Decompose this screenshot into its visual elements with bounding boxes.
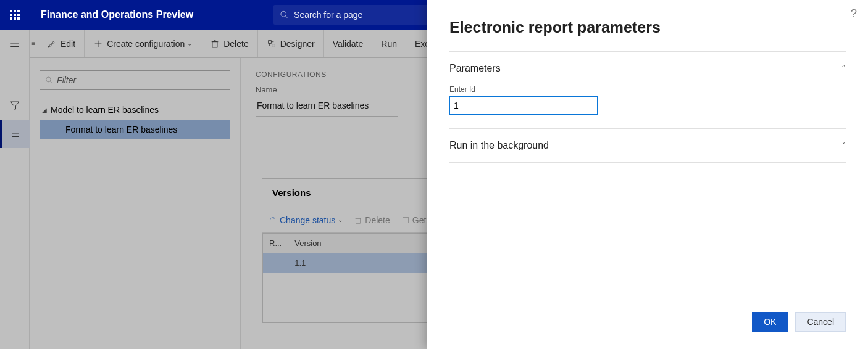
svg-point-0 bbox=[281, 11, 286, 17]
dialog-title: Electronic report parameters bbox=[449, 18, 661, 36]
parameters-header[interactable]: Parameters ˄ bbox=[449, 52, 846, 85]
chevron-up-icon: ˄ bbox=[841, 64, 846, 73]
parameters-header-label: Parameters bbox=[449, 63, 501, 74]
enter-id-label: Enter Id bbox=[449, 85, 846, 94]
waffle-icon[interactable] bbox=[0, 0, 30, 30]
background-header-label: Run in the background bbox=[449, 140, 549, 151]
parameters-accordion: Parameters ˄ Enter Id bbox=[449, 51, 846, 129]
chevron-down-icon: ˅ bbox=[841, 141, 846, 150]
cancel-button[interactable]: Cancel bbox=[795, 312, 846, 332]
app-title: Finance and Operations Preview bbox=[41, 9, 193, 20]
ok-button[interactable]: OK bbox=[752, 312, 788, 332]
background-accordion: Run in the background ˅ bbox=[449, 129, 846, 163]
search-icon bbox=[280, 10, 289, 20]
enter-id-input[interactable] bbox=[449, 96, 598, 115]
svg-line-1 bbox=[286, 16, 288, 18]
background-header[interactable]: Run in the background ˅ bbox=[449, 129, 846, 162]
dialog-panel: ? Electronic report parameters Parameter… bbox=[427, 0, 868, 349]
help-icon[interactable]: ? bbox=[851, 7, 857, 20]
